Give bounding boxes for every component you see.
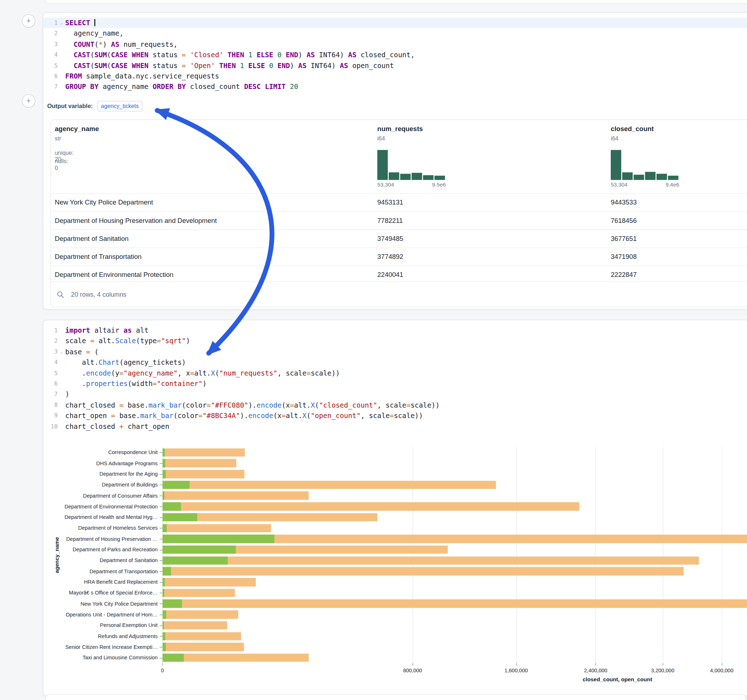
fold-gutter	[57, 60, 65, 71]
code-line[interactable]: 4 CAST(SUM(CASE WHEN status = 'Closed' T…	[43, 50, 747, 60]
code-line[interactable]: 1⌄SELECT	[43, 18, 747, 29]
table-cell: 9453131	[377, 194, 403, 211]
line-number: 6	[43, 71, 57, 82]
line-number: 1	[43, 325, 57, 336]
x-axis: 0800,0001,600,0002,400,0003,200,0004,000…	[163, 663, 747, 684]
code-line[interactable]: 4 alt.Chart(agency_tickets)	[43, 357, 747, 368]
closed-count-bar	[163, 470, 245, 478]
open-count-bar	[163, 556, 228, 564]
fold-chevron-icon[interactable]: ⌄	[57, 18, 65, 29]
histogram-bar	[611, 150, 621, 180]
column-header-num-requests[interactable]: num_requests	[377, 125, 423, 132]
code-line[interactable]: 5 CAST(SUM(CASE WHEN status = 'Open' THE…	[43, 60, 747, 71]
y-tick	[160, 485, 163, 485]
line-number: 9	[43, 410, 57, 421]
line-number: 7	[43, 82, 57, 92]
histogram-min-label: 53,304	[611, 182, 628, 188]
code-line[interactable]: 6 .properties(width="container")	[43, 379, 747, 389]
search-icon[interactable]	[57, 291, 64, 298]
y-axis-label: Department for the Aging	[48, 468, 158, 479]
y-axis-label: Department of Health and Mental Hyg…	[48, 512, 158, 522]
open-count-bar	[163, 448, 165, 457]
next-cell-edge	[45, 694, 747, 700]
column-type: str	[55, 135, 61, 142]
closed-count-bar	[163, 589, 235, 597]
y-axis-label: Department of Homeless Services	[48, 522, 158, 533]
column-header-agency-name[interactable]: agency_name	[55, 125, 99, 132]
y-axis-label: Department of Buildings	[48, 479, 158, 490]
closed-count-bar	[163, 599, 747, 608]
x-tick-label: 4,000,000	[710, 668, 734, 673]
fold-gutter	[57, 336, 65, 347]
add-cell-button[interactable]: +	[22, 14, 35, 28]
open-count-bar	[163, 546, 236, 554]
table-cell: 7782211	[377, 212, 403, 229]
code-line[interactable]: 9chart_open = base.mark_bar(color="#8BC3…	[43, 410, 747, 421]
python-editor[interactable]: 1import altair as alt2scale = alt.Scale(…	[43, 325, 747, 432]
table-cell: Department of Transportation	[55, 248, 142, 266]
line-number: 7	[43, 389, 57, 400]
y-axis-label: Department of Consumer Affairs	[48, 490, 158, 501]
table-row: Department of Sanitation37494853677651	[51, 229, 747, 247]
histogram-bar	[411, 173, 422, 180]
output-variable-label: Output variable:	[47, 103, 93, 110]
fold-gutter	[57, 410, 65, 421]
table-cell: 3774892	[377, 248, 403, 266]
add-cell-button[interactable]: +	[22, 94, 35, 108]
output-variable-row: Output variable: agency_tickets	[47, 100, 143, 113]
y-tick	[160, 506, 163, 507]
y-tick	[160, 528, 163, 529]
open-count-bar	[163, 653, 184, 662]
sql-editor[interactable]: 1⌄SELECT 2 agency_name,3 COUNT(*) AS num…	[43, 18, 747, 92]
y-axis-label: Operations Unit - Department of Hom…	[48, 609, 158, 620]
histogram-max-label: 9.4e6	[665, 182, 679, 188]
x-tick	[516, 663, 516, 666]
column-header-closed-count[interactable]: closed_count	[611, 125, 654, 132]
code-line[interactable]: 5 .encode(y="agency_name", x=alt.X("num_…	[43, 368, 747, 379]
closed-count-bar	[163, 621, 227, 629]
y-axis-label: DHS Advantage Programs	[48, 458, 158, 468]
histogram-bar	[656, 174, 667, 180]
code-line[interactable]: 1import altair as alt	[43, 325, 747, 336]
code-line[interactable]: 2 agency_name,	[43, 29, 747, 39]
fold-gutter	[57, 421, 65, 432]
closed-count-bar	[163, 459, 236, 468]
line-number: 4	[43, 50, 57, 60]
y-tick	[160, 560, 163, 561]
result-table: agency_name str unique: 20 nulls: 0 num_…	[50, 119, 747, 307]
y-axis-label: Correspondence Unit	[48, 447, 158, 458]
code-line[interactable]: 10chart_closed + chart_open	[43, 421, 747, 432]
histogram-bar	[423, 175, 433, 180]
histogram-bar	[668, 176, 678, 180]
y-axis-label: New York City Police Department	[48, 599, 158, 609]
code-line[interactable]: 3 COUNT(*) AS num_requests,	[43, 39, 747, 50]
open-count-bar	[163, 578, 165, 586]
line-number: 4	[43, 357, 57, 368]
x-tick-label: 800,000	[403, 668, 422, 673]
histogram-min-label: 53,304	[377, 182, 394, 188]
table-header: agency_name str unique: 20 nulls: 0 num_…	[51, 120, 747, 193]
fold-gutter	[57, 400, 65, 410]
gridline	[413, 447, 413, 663]
histogram-bar	[645, 172, 655, 180]
y-tick	[160, 549, 163, 550]
code-line[interactable]: 2scale = alt.Scale(type="sqrt")	[43, 336, 747, 347]
open-count-bar	[163, 589, 164, 597]
open-count-bar	[163, 513, 198, 521]
code-line[interactable]: 3⌄base = (	[43, 346, 747, 357]
table-cell: 3749485	[377, 230, 403, 248]
closed-count-bar	[163, 502, 579, 511]
code-line[interactable]: 7)	[43, 389, 747, 400]
x-tick	[722, 663, 722, 666]
x-tick	[413, 663, 413, 666]
fold-chevron-icon[interactable]: ⌄	[57, 346, 65, 357]
chart-plot-area	[163, 447, 747, 663]
output-variable-chip[interactable]: agency_tickets	[97, 101, 142, 111]
code-line[interactable]: 7GROUP BY agency_name ORDER BY closed_co…	[43, 82, 747, 92]
y-axis-label: Taxi and Limousine Commission	[48, 652, 158, 663]
y-tick	[160, 572, 163, 572]
code-line[interactable]: 8chart_closed = base.mark_bar(color="#FF…	[43, 400, 747, 410]
table-dimensions: 20 rows, 4 columns	[71, 291, 127, 298]
code-line[interactable]: 6FROM sample_data.nyc.service_requests	[43, 71, 747, 82]
line-number: 1	[43, 18, 57, 29]
